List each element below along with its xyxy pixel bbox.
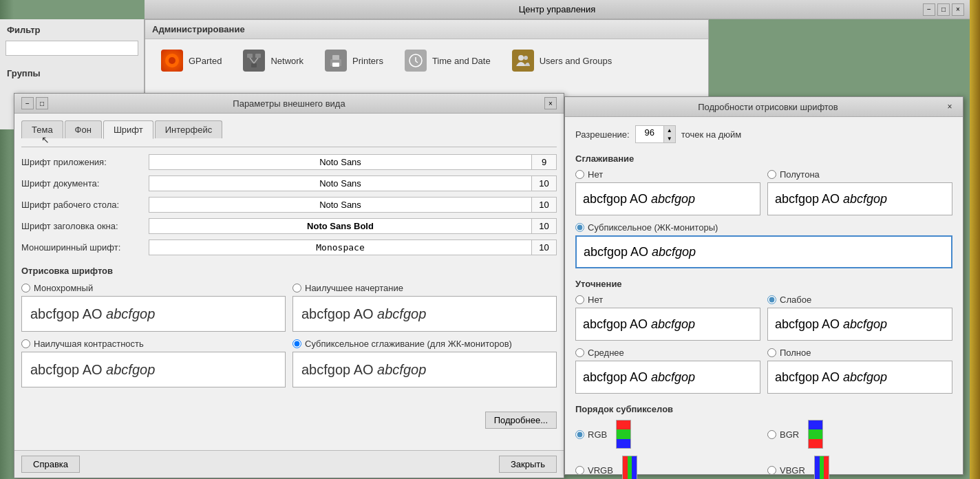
tab-font[interactable]: Шрифт	[103, 120, 153, 139]
smooth-none-preview: abcfgop AO abcfgop	[575, 182, 760, 215]
subpixel-order-title: Порядок субпикселов	[575, 404, 952, 414]
close-appearance-button[interactable]: Закрыть	[499, 456, 557, 473]
close-button[interactable]: ×	[952, 3, 964, 16]
bgr-color-block	[808, 420, 823, 449]
resolution-up[interactable]: ▲	[664, 126, 675, 134]
radio-subpixel[interactable]: Субпиксельное сглаживание (для ЖК-монито…	[292, 339, 557, 349]
appearance-close[interactable]: ×	[544, 97, 557, 109]
resolution-unit: точек на дюйм	[681, 129, 742, 140]
control-center-title: Центр управления	[519, 4, 596, 14]
tab-interface[interactable]: Интерфейс	[155, 120, 222, 138]
smooth-none-radio[interactable]: Нет	[575, 169, 760, 180]
vbgr-red	[824, 456, 829, 479]
font-selector-desktop[interactable]: Noto Sans 10	[149, 197, 557, 213]
vbgr-green	[820, 456, 824, 479]
vbgr-color-block	[814, 456, 829, 479]
filter-input[interactable]	[6, 41, 138, 56]
subpixel-vbgr-input[interactable]	[767, 466, 776, 475]
hint-slight-radio[interactable]: Слабое	[767, 295, 952, 305]
rgb-red	[617, 421, 630, 429]
font-details-titlebar: Подробности отрисовки шрифтов ×	[565, 97, 963, 117]
subpixel-order-grid: RGB BGR	[575, 420, 952, 479]
hint-none-label: Нет	[588, 295, 603, 305]
help-button[interactable]: Справка	[21, 456, 80, 473]
hint-slight-option: Слабое abcfgop AO abcfgop	[767, 295, 952, 341]
resolution-spinbox[interactable]: 96 ▲ ▼	[635, 125, 676, 143]
radio-best-input[interactable]	[292, 284, 301, 292]
appearance-title: Параметры внешнего вида	[63, 98, 515, 109]
vrgb-blue	[632, 456, 637, 479]
font-details-content: Разрешение: 96 ▲ ▼ точек на дюйм Сглажив…	[565, 117, 963, 479]
smooth-grayscale-radio[interactable]: Полутона	[767, 169, 952, 180]
subpixel-rgb-input[interactable]	[575, 430, 584, 439]
smooth-subpixel-input[interactable]	[575, 223, 584, 232]
font-size-wintitle: 10	[532, 219, 556, 233]
users-icon	[512, 50, 534, 72]
font-selector-mono[interactable]: Monospace 10	[149, 240, 557, 255]
resolution-value: 96	[636, 126, 663, 142]
printers-icon	[325, 50, 347, 72]
hint-none-input[interactable]	[575, 295, 584, 304]
hint-none-radio[interactable]: Нет	[575, 295, 760, 305]
details-button[interactable]: Подробнее...	[485, 412, 557, 429]
radio-subpixel-input[interactable]	[292, 339, 301, 348]
hint-slight-input[interactable]	[767, 295, 776, 304]
vrgb-color-block	[622, 456, 637, 479]
maximize-button[interactable]: □	[937, 3, 950, 16]
vbgr-blue	[815, 456, 820, 479]
minimize-button[interactable]: −	[923, 3, 935, 16]
subpixel-bgr-radio[interactable]: BGR	[767, 429, 799, 440]
smooth-grayscale-input[interactable]	[767, 170, 776, 179]
admin-item-gparted[interactable]: GParted	[156, 46, 227, 75]
hint-medium-radio[interactable]: Среднее	[575, 348, 760, 358]
resolution-row: Разрешение: 96 ▲ ▼ точек на дюйм	[575, 125, 952, 143]
appearance-maximize[interactable]: □	[36, 97, 48, 109]
svg-point-1	[169, 57, 175, 64]
rgb-blue	[617, 439, 630, 448]
font-row-mono: Моноширинный шрифт: Monospace 10	[21, 240, 557, 255]
subpixel-vrgb: VRGB	[575, 456, 760, 479]
smooth-grayscale-preview: abcfgop AO abcfgop	[767, 182, 952, 215]
radio-mono-input[interactable]	[21, 284, 30, 292]
font-selector-wintitle[interactable]: Noto Sans Bold 10	[149, 218, 557, 234]
smooth-none-input[interactable]	[575, 170, 584, 179]
hint-full-radio[interactable]: Полное	[767, 348, 952, 358]
admin-item-network[interactable]: Network	[237, 46, 309, 75]
font-name-doc: Noto Sans	[149, 176, 532, 191]
tab-bg[interactable]: Фон	[65, 120, 102, 138]
resolution-down[interactable]: ▼	[664, 134, 675, 142]
appearance-minimize[interactable]: −	[21, 97, 34, 109]
radio-mono-label: Монохромный	[34, 283, 93, 293]
radio-mono[interactable]: Монохромный	[21, 283, 286, 293]
preview-subpixel-text: abcfgop AO abcfgop	[301, 362, 426, 378]
subpixel-vbgr-radio[interactable]: VBGR	[767, 465, 805, 476]
subpixel-vrgb-input[interactable]	[575, 466, 584, 475]
svg-rect-3	[255, 54, 261, 58]
subpixel-vrgb-label: VRGB	[588, 465, 613, 476]
smooth-subpixel-radio[interactable]: Субпиксельное (ЖК-мониторы)	[575, 222, 952, 233]
right-decoration	[970, 0, 980, 479]
font-details-close[interactable]: ×	[944, 100, 956, 113]
radio-bestcontrast[interactable]: Наилучшая контрастность	[21, 339, 286, 349]
hint-full-input[interactable]	[767, 348, 776, 357]
hint-medium-input[interactable]	[575, 348, 584, 357]
bgr-blue	[809, 421, 822, 429]
rendering-option-mono: Монохромный abcfgop AO abcfgop	[21, 283, 286, 332]
font-selector-doc[interactable]: Noto Sans 10	[149, 175, 557, 191]
subpixel-bgr-label: BGR	[780, 429, 799, 440]
subpixel-vrgb-radio[interactable]: VRGB	[575, 465, 613, 476]
radio-bestcontrast-input[interactable]	[21, 339, 30, 348]
subpixel-bgr-input[interactable]	[767, 430, 776, 439]
hint-none-option: Нет abcfgop AO abcfgop	[575, 295, 760, 341]
admin-item-users[interactable]: Users and Groups	[507, 46, 618, 75]
admin-item-timedate[interactable]: Time and Date	[399, 46, 496, 75]
svg-rect-4	[251, 63, 257, 67]
font-selector-app[interactable]: Noto Sans 9	[149, 154, 557, 170]
rendering-section: Отрисовка шрифтов Монохромный abcfgop AO…	[21, 266, 557, 387]
subpixel-rgb-radio[interactable]: RGB	[575, 429, 607, 440]
radio-best[interactable]: Наилучшее начертание	[292, 283, 557, 293]
font-size-desktop: 10	[532, 198, 556, 212]
admin-item-printers[interactable]: Printers	[319, 46, 389, 75]
hinting-grid: Нет abcfgop AO abcfgop Слабое abcfgop AO…	[575, 295, 952, 394]
preview-subpixel: abcfgop AO abcfgop	[292, 352, 557, 387]
